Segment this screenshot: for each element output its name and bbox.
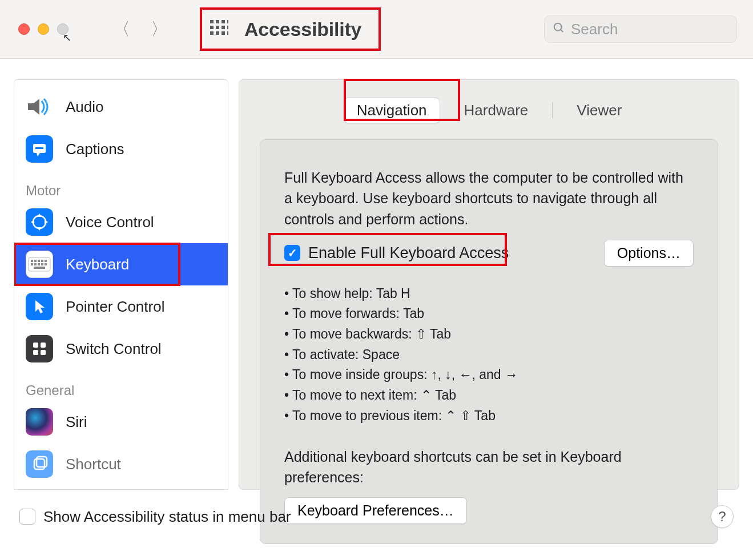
voice-control-icon [26, 208, 53, 236]
title-group: Accessibility [200, 7, 381, 51]
siri-icon [26, 408, 53, 436]
svg-rect-25 [34, 260, 37, 262]
search-icon [553, 21, 565, 38]
shortcut-item: To move to previous item: ⌃ ⇧ Tab [284, 406, 694, 426]
captions-icon [26, 135, 53, 163]
search-field[interactable] [544, 15, 737, 43]
svg-rect-40 [34, 459, 45, 469]
sidebar-item-label: Keyboard [66, 256, 129, 273]
footer: Show Accessibility status in menu bar ? [0, 490, 753, 543]
sidebar-item-siri[interactable]: Siri [14, 401, 228, 443]
sidebar-item-pointer-control[interactable]: Pointer Control [14, 285, 228, 328]
svg-marker-17 [37, 153, 40, 156]
description-text: Full Keyboard Access allows the computer… [284, 167, 694, 229]
sidebar-item-captions[interactable]: Captions [14, 128, 228, 170]
tab-hardware[interactable]: Hardware [452, 98, 541, 123]
svg-rect-41 [37, 457, 47, 467]
options-button[interactable]: Options… [604, 240, 694, 267]
sidebar-item-shortcut[interactable]: Shortcut [14, 443, 228, 485]
sidebar-item-label: Switch Control [66, 340, 162, 358]
sidebar-item-label: Shortcut [66, 456, 121, 473]
sidebar-item-label: Pointer Control [66, 298, 164, 316]
additional-text: Additional keyboard shortcuts can be set… [284, 446, 694, 488]
svg-rect-8 [210, 31, 214, 35]
svg-rect-0 [210, 20, 214, 23]
switch-control-icon [26, 335, 53, 362]
svg-rect-33 [45, 263, 47, 265]
tab-navigation[interactable]: Navigation [344, 98, 440, 123]
pointer-icon [26, 293, 53, 320]
shortcut-list: To show help: Tab H To move forwards: Ta… [284, 284, 694, 426]
svg-line-13 [561, 29, 563, 32]
grid-icon[interactable] [209, 19, 229, 39]
zoom-window-button[interactable] [57, 23, 69, 35]
svg-rect-10 [222, 31, 225, 35]
sidebar-section-motor: Motor [14, 170, 228, 201]
svg-rect-6 [222, 26, 225, 29]
svg-rect-36 [33, 343, 38, 348]
svg-marker-20 [37, 227, 42, 231]
keyboard-icon [26, 251, 53, 278]
tab-row: Navigation Hardware Viewer [239, 91, 739, 129]
svg-rect-38 [33, 350, 38, 355]
minimize-window-button[interactable] [38, 23, 49, 35]
toolbar: ↖ 〈 〉 Accessibility [0, 0, 753, 59]
svg-point-18 [33, 216, 46, 228]
tab-viewer[interactable]: Viewer [564, 98, 634, 123]
sidebar-section-general: General [14, 370, 228, 401]
window-controls [18, 23, 69, 35]
svg-rect-2 [222, 20, 225, 23]
back-button[interactable]: 〈 [113, 21, 130, 38]
sidebar-item-voice-control[interactable]: Voice Control [14, 201, 228, 243]
sidebar-item-label: Voice Control [66, 213, 154, 231]
shortcut-item: To activate: Space [284, 345, 694, 365]
svg-rect-7 [227, 26, 228, 29]
shortcut-icon [26, 450, 53, 478]
help-button[interactable]: ? [711, 505, 734, 528]
svg-rect-16 [35, 147, 43, 149]
shortcut-item: To move backwards: ⇧ Tab [284, 324, 694, 345]
shortcut-item: To move forwards: Tab [284, 304, 694, 324]
sidebar-item-label: Captions [66, 140, 124, 158]
close-window-button[interactable] [18, 23, 30, 35]
svg-rect-28 [45, 260, 47, 262]
svg-rect-31 [38, 263, 40, 265]
page-title: Accessibility [244, 18, 361, 41]
svg-rect-1 [216, 20, 219, 23]
svg-marker-22 [45, 220, 48, 224]
settings-card: Full Keyboard Access allows the computer… [260, 139, 718, 544]
sidebar-item-keyboard[interactable]: Keyboard [14, 243, 228, 285]
shortcut-item: To move to next item: ⌃ Tab [284, 385, 694, 406]
svg-marker-14 [28, 99, 39, 115]
svg-rect-29 [31, 263, 33, 265]
svg-rect-5 [216, 26, 219, 29]
shortcut-item: To show help: Tab H [284, 284, 694, 304]
tab-separator [552, 102, 553, 118]
search-input[interactable] [571, 21, 728, 38]
svg-rect-30 [34, 263, 37, 265]
content-panel: Navigation Hardware Viewer Full Keyboard… [239, 79, 739, 490]
svg-rect-39 [41, 350, 46, 355]
svg-point-12 [554, 23, 562, 30]
forward-button[interactable]: 〉 [151, 21, 168, 38]
shortcut-item: To move inside groups: ↑, ↓, ←, and → [284, 365, 694, 385]
svg-rect-27 [41, 260, 43, 262]
svg-rect-4 [210, 26, 214, 29]
svg-rect-32 [41, 263, 43, 265]
show-status-checkbox[interactable] [19, 509, 35, 525]
sidebar-item-label: Audio [66, 98, 104, 116]
enable-full-keyboard-label: Enable Full Keyboard Access [308, 244, 509, 262]
svg-marker-19 [37, 213, 42, 217]
svg-rect-9 [216, 31, 219, 35]
sidebar-item-switch-control[interactable]: Switch Control [14, 328, 228, 370]
svg-rect-11 [227, 31, 228, 35]
svg-marker-21 [31, 220, 34, 224]
sidebar-item-audio[interactable]: Audio [14, 86, 228, 128]
speaker-icon [26, 93, 53, 120]
svg-rect-24 [31, 260, 33, 262]
sidebar-item-label: Siri [66, 413, 87, 431]
svg-rect-3 [227, 20, 228, 23]
sidebar: Audio Captions Motor Voice Control [14, 79, 228, 490]
svg-rect-26 [38, 260, 40, 262]
enable-full-keyboard-checkbox[interactable]: ✓ [284, 245, 300, 261]
